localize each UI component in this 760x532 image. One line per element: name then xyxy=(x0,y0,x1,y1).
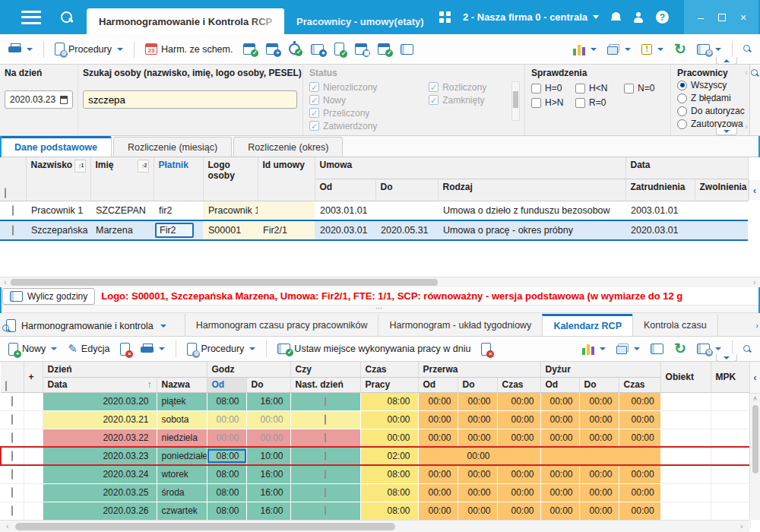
refresh-button[interactable]: ↻ xyxy=(670,340,690,357)
cell-nast-dzien[interactable] xyxy=(290,465,360,483)
cell-dyzur-do[interactable]: 00:00 xyxy=(579,429,619,447)
row-checkbox[interactable] xyxy=(12,225,14,236)
close-button[interactable]: × xyxy=(734,8,752,27)
col-godz-do[interactable]: Do xyxy=(246,377,290,392)
cell-przerwa-od[interactable]: 00:00 xyxy=(418,410,458,429)
toolbar-collapse-button[interactable] xyxy=(716,57,737,65)
sprawdzenia-option[interactable]: H>N xyxy=(531,97,575,108)
col-dyzur-czas[interactable]: Czas xyxy=(619,377,660,392)
nast-dzien-checkbox[interactable] xyxy=(325,505,326,516)
scrollbar-thumb[interactable] xyxy=(15,523,395,530)
ustaw-miejsce-button[interactable]: ✓Ustaw miejsce wykonywania pracy w dniu xyxy=(274,341,474,356)
cell-od[interactable]: 08:00 xyxy=(207,447,246,465)
cell-czas-pracy[interactable]: 02:00 xyxy=(360,447,418,465)
cell-mpk[interactable] xyxy=(711,465,750,483)
row-checkbox[interactable] xyxy=(11,414,13,425)
cell-przerwa-do[interactable]: 00:00 xyxy=(458,410,497,429)
row-select-cell[interactable] xyxy=(0,220,26,240)
row-select-cell[interactable] xyxy=(1,502,24,520)
cell-nazwa[interactable]: sobota xyxy=(157,410,207,429)
row-select-cell[interactable] xyxy=(0,201,26,220)
tabs-scroll-left-icon[interactable]: ‹ xyxy=(319,321,322,330)
focused-cell[interactable]: 08:00 xyxy=(207,449,246,463)
cell-mpk[interactable] xyxy=(711,392,750,410)
cell-dyzur-czas[interactable]: 00:00 xyxy=(619,483,660,502)
sort-ascending-icon[interactable]: ↑ xyxy=(147,379,152,390)
cell-do[interactable]: 16:00 xyxy=(246,483,290,502)
cell-przerwa-czas[interactable]: 00:00 xyxy=(497,502,540,520)
cell-przerwa-do[interactable]: 00:00 xyxy=(458,392,497,410)
cell-mpk[interactable] xyxy=(711,502,750,520)
focused-cell[interactable]: Fir2 xyxy=(155,223,194,238)
cell-przerwa-od[interactable]: 00:00 xyxy=(418,429,458,447)
tab-dane-podstawowe[interactable]: Dane podstawowe xyxy=(0,136,112,157)
row-checkbox[interactable] xyxy=(12,205,14,216)
col-zatrudnienia[interactable]: Zatrudnienia xyxy=(625,179,695,201)
cell-przerwa-do[interactable]: 00:00 xyxy=(458,502,497,520)
cell-od[interactable]: 08:00 xyxy=(207,392,246,410)
hamburger-menu-icon[interactable] xyxy=(21,11,41,24)
tab-harmonogram-tygodniowy[interactable]: Harmonogram - układ tygodniowy xyxy=(378,314,542,336)
employee-row[interactable]: Pracownik 1SZCZEPANfir2Pracownik 12003.0… xyxy=(0,201,748,220)
cell-dyzur-czas[interactable]: 00:00 xyxy=(619,429,660,447)
cell-data[interactable]: 2020.03.21 xyxy=(43,410,157,429)
column-prev-icon[interactable]: ‹ xyxy=(750,362,760,394)
cell-przerwa-od[interactable]: 00:00 xyxy=(418,392,458,410)
nast-dzien-checkbox[interactable] xyxy=(325,396,326,407)
cell-data[interactable]: 2020.03.26 xyxy=(43,502,157,520)
cell-obiekt[interactable] xyxy=(660,392,711,410)
cell-przerwa-od[interactable]: 00:00 xyxy=(418,483,458,502)
cell-dyzur-czas[interactable]: 00:00 xyxy=(619,465,660,483)
cell-obiekt[interactable] xyxy=(660,465,711,483)
cell-obiekt[interactable] xyxy=(660,502,711,520)
cell-obiekt[interactable] xyxy=(660,483,711,502)
col-mpk[interactable]: MPK xyxy=(711,362,750,392)
tab-rozliczenie-okres[interactable]: Rozliczenie (okres) xyxy=(233,137,343,157)
cell-expand[interactable] xyxy=(24,429,43,447)
calendar-sync-button[interactable]: ✓ xyxy=(374,41,394,57)
chart-button[interactable] xyxy=(578,340,610,357)
cell-od[interactable]: 00:00 xyxy=(207,410,246,429)
calendar-day-row[interactable]: 2020.03.22niedziela00:0000:0000:0000:000… xyxy=(1,429,750,447)
procedury-button[interactable]: ⚙Procedury xyxy=(183,340,259,358)
cell-dyzur-od[interactable]: 00:00 xyxy=(540,429,579,447)
windows-button[interactable] xyxy=(603,42,635,57)
cell-przerwa[interactable]: 00:00 xyxy=(418,447,540,465)
sprawdzenia-option[interactable]: R=0 xyxy=(575,97,624,108)
cell-dyzur-od[interactable]: 00:00 xyxy=(540,410,579,429)
row-checkbox[interactable] xyxy=(11,432,13,443)
cell-nast-dzien[interactable] xyxy=(290,392,360,410)
workspace-selector[interactable]: 2 - Nasza firma 0 - centrala xyxy=(463,11,599,23)
calendar-insert-button[interactable]: + xyxy=(262,41,282,57)
stopwatch-button[interactable]: ✓ xyxy=(285,41,304,57)
select-all-checkbox[interactable] xyxy=(5,188,6,198)
cell-dyzur-od[interactable]: 00:00 xyxy=(540,392,579,410)
status-scrollbar[interactable] xyxy=(511,81,520,121)
cell-nast-dzien[interactable] xyxy=(290,447,360,465)
cell-przerwa-czas[interactable]: 00:00 xyxy=(497,410,540,429)
nast-dzien-checkbox[interactable] xyxy=(325,432,326,443)
date-calendar-icon[interactable] xyxy=(60,96,68,104)
cell-nast-dzien[interactable] xyxy=(290,483,360,502)
grid-settings-button[interactable]: ⚙ xyxy=(693,42,725,57)
cell-czas-pracy[interactable]: 00:00 xyxy=(360,410,418,429)
calendar-calc-button[interactable]: ▦ xyxy=(351,41,371,57)
cell-expand[interactable] xyxy=(24,447,43,465)
nast-dzien-checkbox[interactable] xyxy=(325,414,326,425)
cell-data[interactable]: 2020.03.24 xyxy=(43,465,157,483)
cell-przerwa-do[interactable]: 00:00 xyxy=(458,429,497,447)
col-nazwa[interactable]: Nazwa xyxy=(157,377,207,392)
windows-button[interactable] xyxy=(613,341,644,356)
cell-data[interactable]: 2020.03.25 xyxy=(43,483,157,502)
calc-clock-button[interactable]: ● xyxy=(307,42,328,57)
maximize-button[interactable] xyxy=(713,8,731,27)
status-option[interactable]: ✓Zamknięty xyxy=(429,93,518,106)
doc-tab-pracownicy[interactable]: Pracownicy - umowy(etaty) xyxy=(284,8,436,34)
cell-data[interactable]: 2020.03.22 xyxy=(43,429,157,447)
cell-przerwa-czas[interactable]: 00:00 xyxy=(497,429,540,447)
col-dyzur-do[interactable]: Do xyxy=(579,377,619,392)
cell-data[interactable]: 2020.03.23 xyxy=(43,447,157,465)
cell-czas-pracy[interactable]: 00:00 xyxy=(360,429,418,447)
search-person-input[interactable] xyxy=(83,90,297,109)
sprawdzenia-option[interactable]: H=0 xyxy=(531,83,575,93)
